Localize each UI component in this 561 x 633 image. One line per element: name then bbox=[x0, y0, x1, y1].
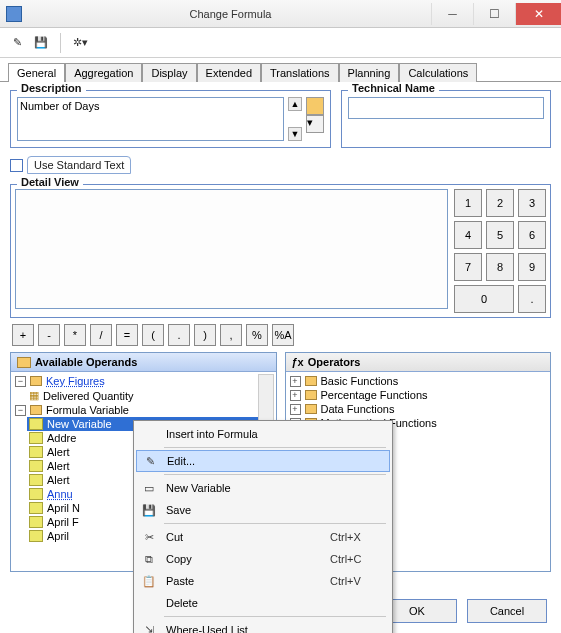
detail-view-group: Detail View 1 2 3 4 5 6 7 8 9 0 . bbox=[10, 184, 551, 318]
tab-extended[interactable]: Extended bbox=[197, 63, 261, 82]
tab-general[interactable]: General bbox=[8, 63, 65, 82]
ctx-copy[interactable]: ⧉ CopyCtrl+C bbox=[136, 548, 390, 570]
operators-title: Operators bbox=[308, 356, 361, 368]
op-plus[interactable]: + bbox=[12, 324, 34, 346]
tab-display[interactable]: Display bbox=[142, 63, 196, 82]
ctx-separator bbox=[164, 523, 386, 524]
key-8[interactable]: 8 bbox=[486, 253, 514, 281]
cut-icon: ✂ bbox=[136, 531, 162, 544]
description-label: Description bbox=[17, 82, 86, 94]
cancel-button[interactable]: Cancel bbox=[467, 599, 547, 623]
key-0[interactable]: 0 bbox=[454, 285, 514, 313]
formula-helper-dropdown[interactable]: ▾ bbox=[306, 115, 324, 133]
pencil-icon: ✎ bbox=[137, 455, 163, 468]
ctx-new-variable[interactable]: ▭ New Variable bbox=[136, 477, 390, 499]
technical-name-label: Technical Name bbox=[348, 82, 439, 94]
key-5[interactable]: 5 bbox=[486, 221, 514, 249]
context-menu: Insert into Formula ✎ Edit... ▭ New Vari… bbox=[133, 420, 393, 633]
save-icon[interactable]: 💾 bbox=[32, 34, 50, 52]
op-div[interactable]: / bbox=[90, 324, 112, 346]
op-lparen[interactable]: ( bbox=[142, 324, 164, 346]
use-standard-text-checkbox[interactable] bbox=[10, 159, 23, 172]
scroll-down-icon[interactable]: ▼ bbox=[288, 127, 302, 141]
detail-view-label: Detail View bbox=[17, 176, 83, 188]
toolbar: ✎ 💾 ✲▾ bbox=[0, 28, 561, 58]
dialog-buttons: OK Cancel bbox=[377, 599, 547, 623]
key-2[interactable]: 2 bbox=[486, 189, 514, 217]
tree-delivered-quantity[interactable]: ▦ Delivered Quantity bbox=[27, 388, 274, 403]
tree-formula-variable[interactable]: − Formula Variable bbox=[13, 403, 274, 417]
operator-buttons: + - * / = ( . ) , % %A bbox=[10, 324, 551, 346]
window-buttons: ─ ☐ ✕ bbox=[431, 3, 561, 25]
tree-key-figures[interactable]: − Key Figures bbox=[13, 374, 274, 388]
tree-basic-functions[interactable]: +Basic Functions bbox=[288, 374, 549, 388]
op-eq[interactable]: = bbox=[116, 324, 138, 346]
key-6[interactable]: 6 bbox=[518, 221, 546, 249]
save-icon: 💾 bbox=[136, 504, 162, 517]
description-scroll: ▲ ▼ bbox=[288, 97, 302, 141]
ctx-separator bbox=[164, 447, 386, 448]
ctx-cut[interactable]: ✂ CutCtrl+X bbox=[136, 526, 390, 548]
available-operands-title: Available Operands bbox=[35, 356, 137, 368]
ctx-edit[interactable]: ✎ Edit... bbox=[136, 450, 390, 472]
use-standard-text-row[interactable]: Use Standard Text bbox=[10, 156, 551, 174]
titlebar: Change Formula ─ ☐ ✕ bbox=[0, 0, 561, 28]
toolbar-separator bbox=[60, 33, 61, 53]
key-3[interactable]: 3 bbox=[518, 189, 546, 217]
window-title: Change Formula bbox=[30, 8, 431, 20]
tab-calculations[interactable]: Calculations bbox=[399, 63, 477, 82]
op-minus[interactable]: - bbox=[38, 324, 60, 346]
op-rparen[interactable]: ) bbox=[194, 324, 216, 346]
formula-canvas[interactable] bbox=[15, 189, 448, 309]
key-7[interactable]: 7 bbox=[454, 253, 482, 281]
available-operands-header: Available Operands bbox=[11, 353, 276, 372]
ctx-delete[interactable]: Delete bbox=[136, 592, 390, 614]
app-icon bbox=[6, 6, 22, 22]
key-dot[interactable]: . bbox=[518, 285, 546, 313]
tree-percentage-functions[interactable]: +Percentage Functions bbox=[288, 388, 549, 402]
ctx-paste[interactable]: 📋 PasteCtrl+V bbox=[136, 570, 390, 592]
folder-icon bbox=[17, 357, 31, 368]
key-4[interactable]: 4 bbox=[454, 221, 482, 249]
copy-icon: ⧉ bbox=[136, 553, 162, 566]
technical-name-group: Technical Name bbox=[341, 90, 551, 148]
numeric-keypad: 1 2 3 4 5 6 7 8 9 0 . bbox=[454, 189, 546, 313]
scissors-icon[interactable]: ✎ bbox=[8, 34, 26, 52]
where-used-icon: ⇲ bbox=[136, 624, 162, 634]
ctx-separator bbox=[164, 474, 386, 475]
op-comma[interactable]: , bbox=[220, 324, 242, 346]
op-mult[interactable]: * bbox=[64, 324, 86, 346]
operators-header: ƒx Operators bbox=[286, 353, 551, 372]
paste-icon: 📋 bbox=[136, 575, 162, 588]
tree-data-functions[interactable]: +Data Functions bbox=[288, 402, 549, 416]
fx-icon: ƒx bbox=[292, 356, 304, 368]
new-icon: ▭ bbox=[136, 482, 162, 495]
key-9[interactable]: 9 bbox=[518, 253, 546, 281]
maximize-button[interactable]: ☐ bbox=[473, 3, 515, 25]
key-1[interactable]: 1 bbox=[454, 189, 482, 217]
description-group: Description ▲ ▼ ▾ bbox=[10, 90, 331, 148]
tab-planning[interactable]: Planning bbox=[339, 63, 400, 82]
tab-aggregation[interactable]: Aggregation bbox=[65, 63, 142, 82]
tab-strip: General Aggregation Display Extended Tra… bbox=[0, 58, 561, 82]
use-standard-text-label: Use Standard Text bbox=[27, 156, 131, 174]
op-sep[interactable]: . bbox=[168, 324, 190, 346]
minimize-button[interactable]: ─ bbox=[431, 3, 473, 25]
ctx-save[interactable]: 💾 Save bbox=[136, 499, 390, 521]
technical-name-input[interactable] bbox=[348, 97, 544, 119]
ctx-where-used[interactable]: ⇲ Where-Used List bbox=[136, 619, 390, 633]
tab-translations[interactable]: Translations bbox=[261, 63, 339, 82]
ctx-separator bbox=[164, 616, 386, 617]
ctx-insert-into-formula[interactable]: Insert into Formula bbox=[136, 423, 390, 445]
op-percent[interactable]: % bbox=[246, 324, 268, 346]
settings-icon[interactable]: ✲▾ bbox=[71, 34, 89, 52]
scroll-up-icon[interactable]: ▲ bbox=[288, 97, 302, 111]
description-input[interactable] bbox=[17, 97, 284, 141]
formula-helper-button[interactable] bbox=[306, 97, 324, 115]
close-button[interactable]: ✕ bbox=[515, 3, 561, 25]
op-percent-a[interactable]: %A bbox=[272, 324, 294, 346]
